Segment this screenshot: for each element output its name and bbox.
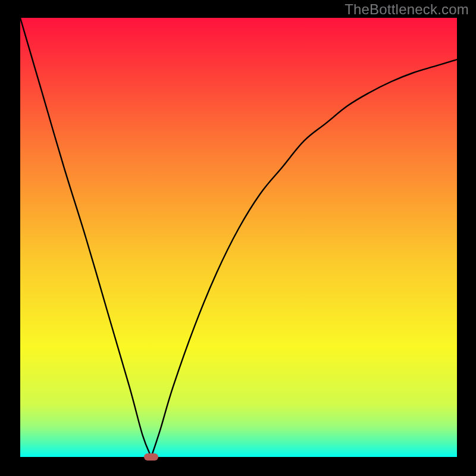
plot-area <box>20 18 457 457</box>
minimum-marker <box>144 453 158 461</box>
chart-container: TheBottleneck.com <box>0 0 476 476</box>
svg-rect-0 <box>20 18 457 457</box>
background-gradient <box>20 18 457 457</box>
watermark-text: TheBottleneck.com <box>345 1 469 18</box>
